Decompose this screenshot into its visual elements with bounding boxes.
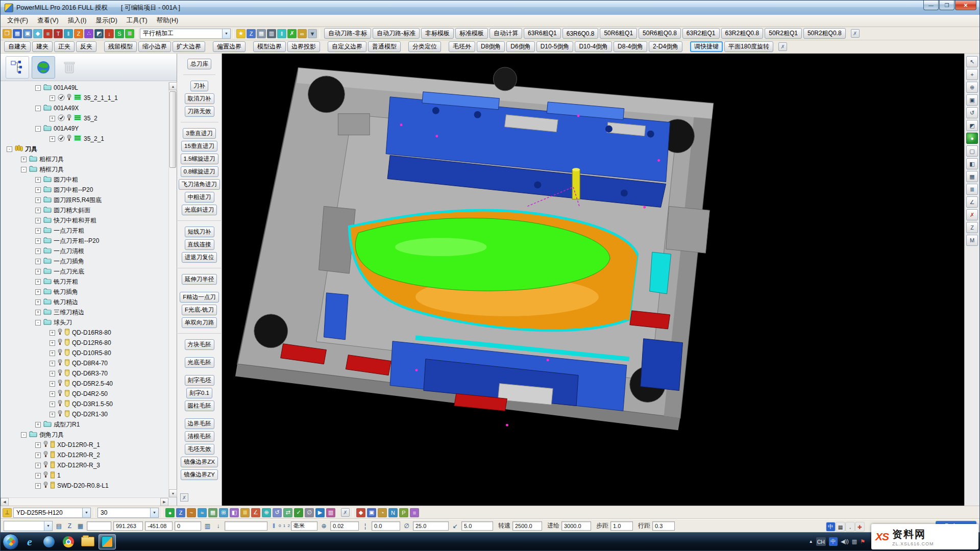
machine-icon[interactable]: ▣ — [367, 508, 376, 517]
workplane-icon[interactable]: ◩ — [94, 29, 104, 38]
tree-item-label[interactable]: 铣刀开粗 — [54, 278, 78, 286]
tree-item-label[interactable]: QD-D10R5-80 — [72, 349, 111, 357]
tree-row[interactable]: 一点刀开粗 — [3, 226, 167, 236]
cursor-y-field[interactable]: -451.08 — [145, 521, 173, 531]
tree-item-label[interactable]: SWD-D20-R0.8-L1 — [57, 482, 109, 489]
tree-expander[interactable] — [35, 228, 41, 234]
tree-item-label[interactable]: 一点刀开粗 — [54, 227, 84, 235]
tree-row[interactable]: XD-D12R0-R_2 — [3, 450, 167, 460]
pattern-icon[interactable]: ∴ — [84, 29, 93, 38]
tree-row[interactable]: 圆刀中粗--P20 — [3, 185, 167, 195]
tree-item-label[interactable]: 圆刀精大斜面 — [54, 206, 90, 215]
macro-panel-button[interactable]: F精边一点刀 — [180, 292, 219, 303]
macro-toolpath-button[interactable]: 自动计算 — [489, 28, 522, 39]
snap-grid-icon[interactable]: ▥ — [203, 521, 212, 530]
drill-icon[interactable]: ↓ — [105, 29, 114, 38]
scroll-right-icon[interactable]: ▶ — [160, 498, 168, 506]
tree-expander[interactable] — [50, 95, 55, 101]
toolpath-star-icon[interactable]: ★ — [236, 29, 246, 38]
feed-field[interactable]: 3000.0 — [561, 521, 591, 531]
feedrate-icon[interactable]: ≡ — [43, 29, 53, 38]
bulb-icon[interactable] — [58, 329, 62, 337]
tree-item-label[interactable]: 三维刀精边 — [54, 308, 84, 317]
tree-item-label[interactable]: 1 — [57, 472, 61, 479]
viewport-section-icon[interactable]: M — [966, 235, 978, 246]
thickness-field[interactable]: 0.0 — [372, 521, 400, 531]
macro-panel-button[interactable]: 镜像边界ZY — [181, 469, 218, 480]
macro-boundary-button[interactable]: 毛坯外 — [449, 41, 475, 52]
macro-boundary-button[interactable]: 缩小边界 — [138, 41, 171, 52]
tree-row[interactable]: QD-D2R1-30 — [3, 409, 167, 419]
tree-expander[interactable] — [35, 106, 41, 111]
tree-expander[interactable] — [35, 248, 41, 254]
tree-expander[interactable] — [35, 126, 41, 132]
bulb-icon[interactable] — [58, 359, 62, 367]
tool-sphere-icon[interactable]: ● — [165, 508, 175, 517]
edit-toolpath-icon[interactable]: ~ — [187, 508, 196, 517]
tree-expander[interactable] — [35, 208, 41, 213]
tree-expander[interactable] — [50, 412, 55, 417]
tree-item-label[interactable]: 一点刀插角 — [54, 257, 84, 266]
tree-row[interactable]: 一点刀插角 — [3, 256, 167, 266]
tree-expander[interactable] — [35, 197, 41, 203]
tree-row[interactable]: SWD-D20-R0.8-L1 — [3, 481, 167, 491]
macro-boundary-button[interactable]: D10-5倒角 — [536, 41, 574, 52]
tree-expander[interactable] — [7, 146, 12, 152]
z-grid-icon[interactable]: Z — [247, 29, 256, 38]
tree-row[interactable]: 球头刀 — [3, 317, 167, 328]
tree-item-label[interactable]: 圆刀跟R5,R4围底 — [54, 196, 102, 205]
macro-panel-button[interactable]: 刀路无效 — [185, 106, 214, 117]
macro-panel-button[interactable]: 镜像边界ZX — [181, 457, 218, 467]
tree-expander[interactable] — [35, 289, 41, 295]
tab-explorer-tree[interactable] — [6, 56, 29, 79]
tree-expander[interactable] — [35, 85, 41, 91]
macro-panel-button[interactable]: 3垂直进刀 — [183, 128, 215, 139]
minimize-button[interactable]: — — [923, 1, 939, 10]
macro-toolpath-button[interactable]: 63R6粗Q1 — [524, 28, 561, 39]
tree-row[interactable]: 倒角刀具 — [3, 430, 167, 440]
cursor-x-field[interactable]: 991.263 — [113, 521, 143, 531]
bottom-toolbar-close-icon[interactable]: ✗ — [341, 508, 350, 517]
tree-item-label[interactable]: 35_2_1 — [84, 135, 104, 142]
macro-boundary-button[interactable]: D10-4倒角 — [575, 41, 612, 52]
macro-panel-button[interactable]: 光底毛胚 — [185, 357, 214, 368]
tab-explorer-trash[interactable] — [58, 56, 81, 79]
macro-panel-button[interactable]: 飞刀清角进刀 — [179, 179, 220, 190]
tree-item-label[interactable]: 一点刀清根 — [54, 247, 84, 256]
tree-expander[interactable] — [21, 432, 27, 438]
macro-boundary-button[interactable]: 模型边界 — [253, 41, 286, 52]
bulb-icon[interactable] — [67, 94, 71, 102]
tree-row[interactable]: 35_2 — [3, 113, 167, 123]
simulate-icon[interactable]: ▶ — [315, 508, 325, 517]
tree-expander[interactable] — [21, 157, 27, 162]
tree-row[interactable]: QD-D16R8-80 — [3, 328, 167, 338]
tools-list-icon[interactable]: ≡ — [410, 508, 419, 517]
pin-icon[interactable]: ↓ — [214, 521, 223, 530]
language-badge[interactable]: CH — [816, 537, 826, 546]
ime-keyboard-icon[interactable]: ▦ — [836, 522, 845, 531]
tree-expander[interactable] — [35, 279, 41, 285]
tree-row[interactable]: QD-D12R6-80 — [3, 338, 167, 348]
menu-item[interactable]: 工具(T) — [122, 15, 152, 27]
tree-item-label[interactable]: 刀具 — [25, 145, 37, 154]
units-field[interactable]: 毫米 — [291, 521, 317, 531]
viewport-close-icon[interactable]: ✗ — [966, 209, 978, 220]
boundary-edit-icon[interactable]: Z — [74, 29, 83, 38]
macro-panel-button[interactable]: 延伸刀半径 — [182, 274, 217, 285]
macro-boundary-button[interactable]: 自定义边界 — [328, 41, 366, 52]
tree-item-label[interactable]: 圆刀中粗 — [54, 176, 78, 184]
tree-row[interactable]: 快刀中粗和开粗 — [3, 215, 167, 226]
volume-icon[interactable]: ◀)) — [841, 538, 849, 545]
bulb-icon[interactable] — [43, 471, 48, 480]
bulb-icon[interactable] — [43, 482, 48, 490]
viewport-zoom-icon[interactable]: ⊕ — [966, 82, 978, 93]
close-button[interactable]: ✕ — [955, 1, 976, 10]
tree-item-label[interactable]: 35_2_1_1_1 — [84, 94, 118, 102]
macro-boundary-button[interactable]: D8-4倒角 — [614, 41, 647, 52]
chevron-down-icon[interactable]: ▼ — [150, 508, 158, 517]
tree-item-label[interactable]: QD-D2R1-30 — [72, 411, 108, 418]
macro-boundary-button[interactable]: 普通模型 — [368, 41, 401, 52]
macro-panel-button[interactable]: 进退刀复位 — [182, 252, 217, 263]
viewport-iso-icon[interactable]: ◩ — [966, 120, 978, 131]
tree-item-label[interactable]: 精框刀具 — [39, 165, 64, 174]
